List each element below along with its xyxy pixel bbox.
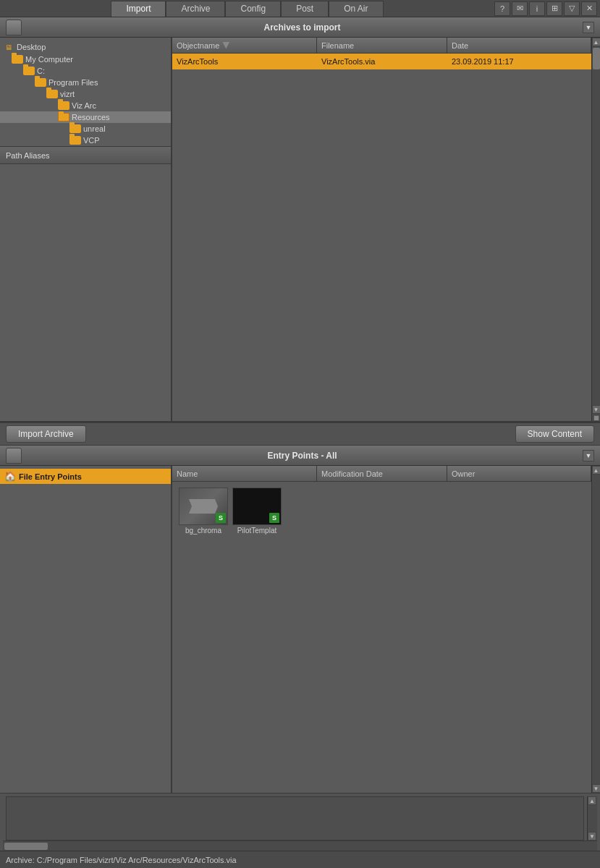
archive-path: Archive: C:/Program Files/vizrt/Viz Arc/… xyxy=(6,856,237,864)
thumb-preview-chroma: S xyxy=(179,488,228,525)
cell-date: 23.09.2019 11:17 xyxy=(447,57,591,66)
file-entry-points-item[interactable]: 🏠 File Entry Points xyxy=(0,469,171,484)
folder-icon xyxy=(69,124,81,133)
status-scroll-track xyxy=(588,805,597,832)
entry-scroll-down[interactable]: ▼ xyxy=(592,784,601,793)
thumb-preview-pilot: S xyxy=(232,488,282,525)
folder-icon xyxy=(35,78,46,87)
col-header-name[interactable]: Name xyxy=(172,466,317,481)
tab-archive[interactable]: Archive xyxy=(166,1,225,17)
file-table-row[interactable]: VizArcTools VizArcTools.via 23.09.2019 1… xyxy=(172,54,591,69)
mail-icon[interactable]: ✉ xyxy=(512,1,528,16)
h-scroll-thumb xyxy=(4,843,48,850)
folder-icon xyxy=(46,90,58,98)
horizontal-scrollbar[interactable] xyxy=(3,841,597,851)
close-icon[interactable]: ✕ xyxy=(581,1,597,16)
tab-config[interactable]: Config xyxy=(225,1,281,17)
archives-panel-header: Archives to import ▼ xyxy=(0,17,600,38)
status-scroll-up[interactable]: ▲ xyxy=(588,796,596,805)
import-toolbar: Import Archive Show Content xyxy=(0,422,600,446)
col-header-moddate[interactable]: Modification Date xyxy=(317,466,447,481)
home-icon: 🏠 xyxy=(4,471,16,482)
file-thumb-pilottemp[interactable]: S PilotTemplat xyxy=(232,488,282,535)
tree-item-vizrt[interactable]: vizrt xyxy=(0,88,171,100)
entry-dropdown[interactable]: ▼ xyxy=(583,450,594,461)
folder-icon xyxy=(69,136,81,145)
folder-icon xyxy=(23,67,35,75)
tree-label: Desktop xyxy=(17,43,46,51)
bottom-status: Archive: C:/Program Files/vizrt/Viz Arc/… xyxy=(0,851,600,868)
archives-dropdown[interactable]: ▼ xyxy=(583,22,594,33)
tab-post[interactable]: Post xyxy=(281,1,329,17)
tree-label: C: xyxy=(37,67,45,75)
tree-label: My Computer xyxy=(25,55,73,64)
entry-panel-title: Entry Points - All xyxy=(26,451,578,461)
col-header-date[interactable]: Date xyxy=(447,38,591,53)
tree-item-unreal[interactable]: unreal xyxy=(0,123,171,135)
folder-icon xyxy=(58,101,69,110)
folder-icon xyxy=(12,55,23,64)
desktop-icon: 🖥 xyxy=(3,42,14,52)
file-table-header: Objectname Filename Date xyxy=(172,38,591,54)
info-icon[interactable]: i xyxy=(529,1,545,16)
tree-item-programfiles[interactable]: Program Files xyxy=(0,77,171,88)
tree-item-desktop[interactable]: 🖥 Desktop xyxy=(0,41,171,54)
tree-label: unreal xyxy=(83,124,106,133)
col-header-filename[interactable]: Filename xyxy=(317,38,447,53)
status-area: ▲ ▼ xyxy=(0,793,600,851)
col-header-owner[interactable]: Owner xyxy=(447,466,591,481)
file-thumb-bgchroma[interactable]: S bg_chroma xyxy=(178,488,229,535)
thumb-label: PilotTemplat xyxy=(237,527,276,535)
dropdown-icon[interactable]: ▽ xyxy=(564,1,580,16)
file-tree: 🖥 Desktop My Computer C: Program Files xyxy=(0,38,172,421)
main-container: Archives to import ▼ 🖥 Desktop My Comput… xyxy=(0,17,600,868)
tree-label: Program Files xyxy=(48,78,98,87)
tab-onair[interactable]: On Air xyxy=(329,1,383,17)
import-archive-button[interactable]: Import Archive xyxy=(6,425,86,443)
sort-icon xyxy=(222,42,229,49)
path-aliases-content xyxy=(0,164,171,218)
resize-handle[interactable] xyxy=(593,415,599,421)
grid-icon[interactable]: ⊞ xyxy=(546,1,562,16)
path-aliases-section: Path Aliases xyxy=(0,146,171,218)
thumb-badge: S xyxy=(269,513,279,523)
tree-item-resources[interactable]: Resources xyxy=(0,111,171,123)
entry-files-area: Name Modification Date Owner xyxy=(172,466,591,793)
tree-label: Viz Arc xyxy=(72,101,96,110)
scroll-down-btn[interactable]: ▼ xyxy=(592,405,601,414)
help-icon[interactable]: ? xyxy=(494,1,510,16)
col-header-objectname[interactable]: Objectname xyxy=(172,38,317,53)
archive-content: 🖥 Desktop My Computer C: Program Files xyxy=(0,38,600,421)
entry-panel-header: Entry Points - All ▼ xyxy=(0,446,600,466)
archives-tab[interactable] xyxy=(6,20,22,35)
thumb-label: bg_chroma xyxy=(185,527,221,535)
tree-label: vizrt xyxy=(60,90,75,98)
entry-table-header: Name Modification Date Owner xyxy=(172,466,591,482)
entry-files-grid: S bg_chroma S PilotTemplat xyxy=(172,482,591,540)
entry-scroll-up[interactable]: ▲ xyxy=(592,466,601,475)
tree-label: Resources xyxy=(72,113,110,122)
status-content xyxy=(6,796,584,841)
archives-panel-title: Archives to import xyxy=(26,22,578,33)
status-scroll-down[interactable]: ▼ xyxy=(588,832,596,841)
top-nav: Import Archive Config Post On Air ? ✉ i … xyxy=(0,0,600,17)
archives-panel: Archives to import ▼ 🖥 Desktop My Comput… xyxy=(0,17,600,422)
nav-icons: ? ✉ i ⊞ ▽ ✕ xyxy=(494,1,600,16)
tree-label: VCP xyxy=(83,136,100,145)
tree-item-mycomputer[interactable]: My Computer xyxy=(0,54,171,65)
thumb-badge: S xyxy=(216,513,226,523)
chroma-shape xyxy=(189,499,218,514)
scroll-up-btn[interactable]: ▲ xyxy=(592,38,601,46)
scroll-track xyxy=(592,46,601,405)
folder-icon xyxy=(58,113,69,122)
tree-item-vcp[interactable]: VCP xyxy=(0,135,171,146)
tab-import[interactable]: Import xyxy=(111,1,166,17)
tree-item-c[interactable]: C: xyxy=(0,65,171,77)
entry-tab[interactable] xyxy=(6,448,22,464)
cell-filename: VizArcTools.via xyxy=(317,57,447,66)
entry-panel: Entry Points - All ▼ 🏠 File Entry Points… xyxy=(0,446,600,851)
right-scrollbar: ▲ ▼ xyxy=(591,38,600,421)
show-content-button[interactable]: Show Content xyxy=(515,425,594,443)
cell-objectname: VizArcTools xyxy=(172,57,317,66)
tree-item-vizarc[interactable]: Viz Arc xyxy=(0,100,171,111)
